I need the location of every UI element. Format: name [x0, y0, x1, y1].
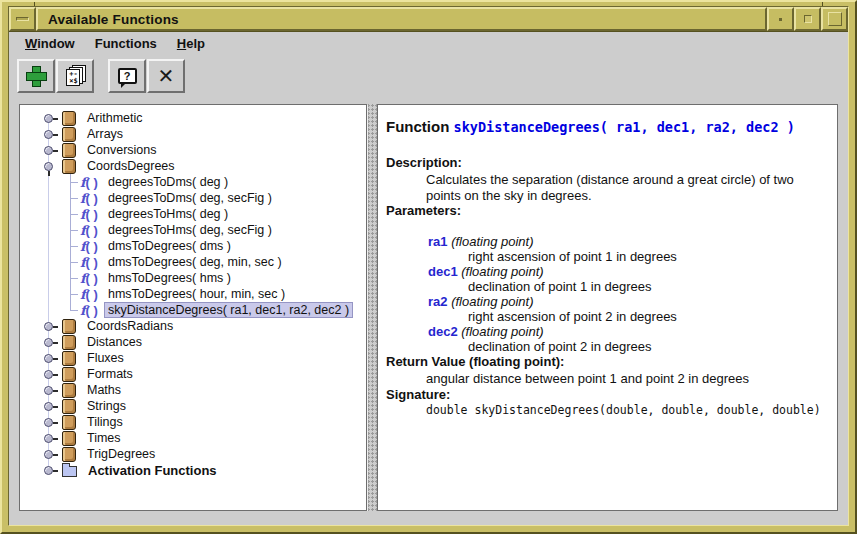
parameter-type: (floating point) [458, 264, 544, 279]
tree-label: Conversions [83, 142, 160, 158]
collapse-handle-icon[interactable] [44, 466, 53, 475]
window-frame: Available Functions WindowFunctionsHelp … [0, 0, 857, 534]
book-icon [62, 415, 76, 430]
book-icon [62, 351, 76, 366]
tree-row-trigdegrees[interactable]: TrigDegrees [20, 446, 366, 462]
tree-row-distances[interactable]: Distances [20, 334, 366, 350]
tree-connector [64, 206, 78, 222]
function-icon: f( ) [78, 287, 104, 302]
tree-label: Arithmetic [83, 110, 147, 126]
collapse-handle-icon[interactable] [44, 146, 53, 155]
tree-connector [64, 238, 78, 254]
minimize-button[interactable] [767, 7, 794, 31]
close-icon: ✕ [158, 66, 175, 86]
tree-row-formats[interactable]: Formats [20, 366, 366, 382]
parameter-name: ra1 [428, 234, 448, 249]
collapse-handle-icon[interactable] [44, 338, 53, 347]
split-pane-divider[interactable] [367, 104, 377, 511]
tree-label: hmsToDegrees( hms ) [104, 270, 235, 286]
close-button[interactable]: ✕ [147, 59, 185, 93]
collapse-handle-icon[interactable] [44, 434, 53, 443]
collapse-handle-icon[interactable] [44, 114, 53, 123]
parameter-description: declination of point 1 in degrees [468, 279, 823, 294]
parameter-head: ra2 (floating point) [428, 294, 823, 309]
browse-functions-button[interactable]: +- ×$ [56, 59, 94, 93]
maximize-square-icon [828, 12, 842, 26]
collapse-handle-icon[interactable] [44, 402, 53, 411]
tree-row-activation-functions[interactable]: Activation Functions [20, 462, 366, 478]
window-menu-dash-icon [16, 17, 29, 21]
collapse-handle-icon[interactable] [44, 386, 53, 395]
function-icon: f( ) [78, 207, 104, 222]
collapse-handle-icon[interactable] [44, 418, 53, 427]
tree-row-tilings[interactable]: Tilings [20, 414, 366, 430]
restore-button[interactable] [794, 7, 821, 31]
description-text: Calculates the separation (distance arou… [426, 172, 823, 203]
toolbar: +- ×$?✕ [9, 54, 848, 98]
parameter-type: (floating point) [448, 294, 534, 309]
parameter-head: ra1 (floating point) [428, 234, 823, 249]
tree-row-skydistancedegrees-ra1-dec1-ra2-dec2[interactable]: f( )skyDistanceDegrees( ra1, dec1, ra2, … [20, 302, 366, 318]
function-icon: f( ) [78, 303, 104, 318]
tree-label: Fluxes [83, 350, 128, 366]
tree-label: Tilings [83, 414, 127, 430]
parameter-dec1: dec1 (floating point)declination of poin… [428, 264, 823, 294]
collapse-handle-icon[interactable] [44, 130, 53, 139]
collapse-handle-icon[interactable] [44, 450, 53, 459]
tree-connector [64, 286, 78, 302]
tree-label: Maths [83, 382, 125, 398]
tree-row-dmstodegrees-deg-min-sec[interactable]: f( )dmsToDegrees( deg, min, sec ) [20, 254, 366, 270]
tree-connector [64, 222, 78, 238]
help-button[interactable]: ? [108, 59, 146, 93]
tree-label: CoordsRadians [83, 318, 177, 334]
tree-row-dmstodegrees-dms[interactable]: f( )dmsToDegrees( dms ) [20, 238, 366, 254]
function-title-signature: skyDistanceDegrees( ra1, dec1, ra2, dec2… [454, 119, 795, 135]
tree-row-hmstodegrees-hms[interactable]: f( )hmsToDegrees( hms ) [20, 270, 366, 286]
titlebar[interactable]: Available Functions [9, 7, 848, 32]
tree-label: Distances [83, 334, 146, 350]
window-title: Available Functions [36, 7, 767, 31]
window-menu-button[interactable] [9, 7, 36, 31]
add-function-button[interactable] [17, 59, 55, 93]
tree-label: dmsToDegrees( dms ) [104, 238, 235, 254]
help-icon: ? [118, 68, 137, 84]
collapse-handle-icon[interactable] [44, 354, 53, 363]
book-icon [62, 319, 76, 334]
maximize-button[interactable] [821, 7, 848, 31]
tree-label: Formats [83, 366, 137, 382]
tree-label: CoordsDegrees [83, 158, 179, 174]
tree-row-degreestohms-deg-secfig[interactable]: f( )degreesToHms( deg, secFig ) [20, 222, 366, 238]
parameter-head: dec2 (floating point) [428, 324, 823, 339]
tree-label: Strings [83, 398, 130, 414]
expand-handle-icon[interactable] [44, 162, 53, 171]
window-inner: Available Functions WindowFunctionsHelp … [8, 6, 849, 526]
function-icon: f( ) [78, 191, 104, 206]
tree-row-times[interactable]: Times [20, 430, 366, 446]
menu-item-help[interactable]: Help [169, 34, 213, 53]
tree-row-maths[interactable]: Maths [20, 382, 366, 398]
tree-label: dmsToDegrees( deg, min, sec ) [104, 254, 286, 270]
tree-row-conversions[interactable]: Conversions [20, 142, 366, 158]
parameter-dec2: dec2 (floating point)declination of poin… [428, 324, 823, 354]
tree-label: hmsToDegrees( hour, min, sec ) [104, 286, 289, 302]
return-heading: Return Value (floating point): [386, 354, 823, 369]
book-icon [62, 111, 76, 126]
collapse-handle-icon[interactable] [44, 370, 53, 379]
tree-row-hmstodegrees-hour-min-sec[interactable]: f( )hmsToDegrees( hour, min, sec ) [20, 286, 366, 302]
tree-row-arithmetic[interactable]: Arithmetic [20, 110, 366, 126]
tree-row-fluxes[interactable]: Fluxes [20, 350, 366, 366]
menu-item-functions[interactable]: Functions [87, 34, 165, 53]
tree-label: Arrays [83, 126, 127, 142]
tree-connector [64, 302, 78, 318]
tree-row-arrays[interactable]: Arrays [20, 126, 366, 142]
collapse-handle-icon[interactable] [44, 322, 53, 331]
menu-item-window[interactable]: Window [17, 34, 83, 53]
tree-row-strings[interactable]: Strings [20, 398, 366, 414]
tree-row-coordsdegrees[interactable]: CoordsDegrees [20, 158, 366, 174]
tree-row-coordsradians[interactable]: CoordsRadians [20, 318, 366, 334]
tree-row-degreestodms-deg[interactable]: f( )degreesToDms( deg ) [20, 174, 366, 190]
book-icon [62, 431, 76, 446]
tree-row-degreestohms-deg[interactable]: f( )degreesToHms( deg ) [20, 206, 366, 222]
parameter-type: (floating point) [458, 324, 544, 339]
tree-row-degreestodms-deg-secfig[interactable]: f( )degreesToDms( deg, secFig ) [20, 190, 366, 206]
